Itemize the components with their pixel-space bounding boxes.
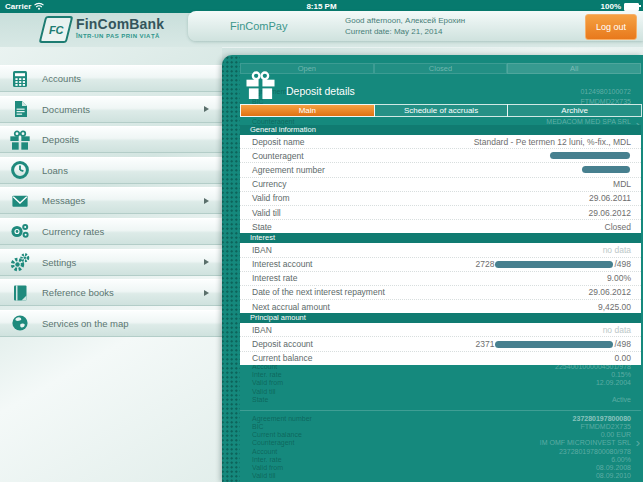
row-label: Next accrual amount (252, 302, 598, 312)
sidebar-item-loans[interactable]: Loans (0, 157, 222, 184)
detail-row: IBAN no data (240, 243, 641, 257)
clock-time: 8:15 PM (0, 2, 643, 11)
document-icon (10, 99, 30, 119)
detail-row: Date of the next interest repayment 29.0… (240, 286, 641, 300)
sidebar-item-label: Currency rates (42, 226, 104, 237)
detail-row: State Closed (240, 220, 641, 233)
row-value: 29.06.2011 (589, 193, 631, 203)
detail-row: Interest rate 9.00% (240, 272, 641, 286)
row-label: Interest account (252, 259, 476, 269)
gift-icon (246, 70, 275, 104)
tab-schedule-of-accruals[interactable]: Schedule of accruals (374, 104, 509, 117)
section-header: General information (240, 125, 641, 135)
bank-tagline: ÎNTR-UN PAS PRIN VIAȚĂ (76, 33, 164, 39)
row-label: IBAN (252, 325, 603, 335)
battery-icon (624, 3, 639, 11)
section-header: Principal amount (240, 313, 641, 323)
detail-sections: General informationDeposit name Standard… (240, 125, 641, 365)
sidebar-item-label: Documents (42, 104, 90, 115)
greeting-line1: Good afternoon, Алексей Ерохин (345, 15, 465, 26)
row-label: State (252, 222, 605, 232)
row-label: Current balance (252, 353, 614, 363)
tab-main[interactable]: Main (240, 104, 375, 117)
row-value (581, 166, 631, 173)
submenu-arrow-icon (204, 198, 209, 204)
sidebar-item-messages[interactable]: Messages (0, 187, 222, 214)
row-label: Agreement number (252, 165, 581, 175)
panel-title: Deposit details (286, 85, 355, 97)
clock-icon (10, 160, 30, 180)
row-value (549, 152, 631, 159)
calculator-icon (10, 69, 30, 89)
row-value: Standard - Pe termen 12 luni, %-fix., MD… (474, 137, 631, 147)
row-label: Currency (252, 179, 613, 189)
redacted-value (495, 261, 613, 268)
row-value: 0.00 (614, 353, 631, 363)
app-screen: Carrier 8:15 PM 100% FC FinComBank ÎNTR-… (0, 0, 643, 482)
deposit-details-panel: OpenClosedAllAgreement number01249801000… (222, 55, 643, 482)
row-label: Counteragent (252, 151, 549, 161)
sidebar-item-documents[interactable]: Documents (0, 96, 222, 123)
redacted-value (582, 166, 630, 173)
sidebar-item-settings[interactable]: Settings (0, 249, 222, 276)
fincombank-monogram-icon: FC (39, 16, 74, 43)
sidebar-item-label: Deposits (42, 134, 79, 145)
submenu-arrow-icon (204, 290, 209, 296)
tab-archive[interactable]: Archive (507, 104, 642, 117)
bank-name: FinComBank (76, 16, 164, 32)
redacted-value (495, 341, 613, 348)
redacted-value (550, 152, 630, 159)
sidebar-item-label: Reference books (42, 287, 114, 298)
row-value: 2371/498 (476, 339, 631, 349)
sidebar-item-label: Services on the map (42, 318, 129, 329)
sidebar-item-currency-rates[interactable]: Currency rates (0, 218, 222, 245)
row-value: MDL (613, 179, 631, 189)
sidebar-item-deposits[interactable]: Deposits (0, 126, 222, 153)
submenu-arrow-icon (204, 259, 209, 265)
row-label: Deposit name (252, 137, 474, 147)
gears-icon (10, 252, 30, 272)
row-value: 2728/498 (476, 259, 631, 269)
envelope-icon (10, 191, 30, 211)
row-label: Interest rate (252, 273, 607, 283)
detail-row: Valid till 29.06.2012 (240, 206, 641, 220)
sidebar-item-label: Settings (42, 257, 76, 268)
gift-icon (10, 130, 30, 150)
sidebar-item-services-on-the-map[interactable]: Services on the map (0, 310, 222, 337)
sidebar-item-reference-books[interactable]: Reference books (0, 279, 222, 306)
tab-bar: MainSchedule of accrualsArchive (240, 104, 641, 117)
row-label: IBAN (252, 245, 603, 255)
detail-row: Counteragent (240, 149, 641, 163)
section-header: Interest (240, 233, 641, 243)
battery-percent: 100% (601, 2, 621, 11)
row-value: 9,425.00 (598, 302, 631, 312)
sidebar: Accounts Documents Deposits Loans Messag… (0, 47, 222, 482)
greeting-text: Good afternoon, Алексей Ерохин Current d… (345, 15, 465, 37)
row-value: no data (603, 245, 631, 255)
detail-row: Interest account 2728/498 (240, 258, 641, 272)
globe-icon (10, 313, 30, 333)
row-value: no data (603, 325, 631, 335)
row-label: Date of the next interest repayment (252, 287, 588, 297)
detail-row: Current balance 0.00 (240, 352, 641, 365)
sidebar-item-accounts[interactable]: Accounts (0, 65, 222, 92)
row-value: 9.00% (607, 273, 631, 283)
logout-button[interactable]: Log out (585, 14, 637, 40)
detail-row: Next accrual amount 9,425.00 (240, 300, 641, 313)
row-label: Valid till (252, 208, 588, 218)
sidebar-item-label: Messages (42, 195, 85, 206)
book-icon (10, 283, 30, 303)
coins-icon (10, 221, 30, 241)
submenu-arrow-icon (204, 106, 209, 112)
row-value: 29.06.2012 (588, 208, 631, 218)
row-value: Closed (605, 222, 631, 232)
header-panel: FinComPay Good afternoon, Алексей Ерохин… (188, 11, 643, 41)
app-title: FinComPay (230, 11, 287, 41)
row-label: Valid from (252, 193, 589, 203)
bank-logo: FC FinComBank ÎNTR-UN PAS PRIN VIAȚĂ (42, 16, 164, 43)
detail-row: Deposit name Standard - Pe termen 12 lun… (240, 135, 641, 149)
row-label: Deposit account (252, 339, 476, 349)
app-header: FC FinComBank ÎNTR-UN PAS PRIN VIAȚĂ Fin… (0, 13, 643, 48)
detail-row: Agreement number (240, 163, 641, 177)
sidebar-item-label: Loans (42, 165, 68, 176)
